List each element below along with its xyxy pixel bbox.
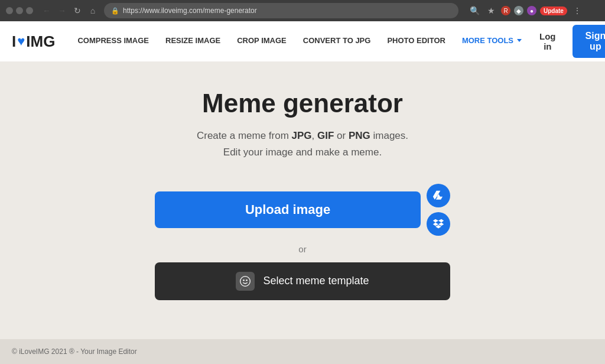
browser-search-button[interactable]: 🔍 (468, 4, 481, 17)
subtitle-bold-gif: GIF (317, 130, 334, 141)
nav-crop[interactable]: CROP IMAGE (229, 21, 295, 61)
browser-actions: 🔍 ★ R ◆ ● Update ⋮ (468, 4, 584, 17)
subtitle-line-2: Edit your image and make a meme. (223, 147, 382, 158)
chevron-down-icon (517, 39, 522, 42)
nav-resize[interactable]: RESIZE IMAGE (157, 21, 229, 61)
template-icon (236, 272, 255, 291)
google-drive-icon (432, 190, 444, 202)
subtitle-bold-png: PNG (349, 130, 370, 141)
select-template-button[interactable]: Select meme template (155, 262, 450, 300)
nav-more-tools[interactable]: MORE TOOLS (454, 21, 530, 61)
nav-right: Log in Sign up (530, 25, 605, 58)
extension-icon-2[interactable]: ◆ (514, 6, 523, 15)
browser-dot-maximize (26, 7, 33, 14)
dropbox-icon (432, 218, 444, 230)
browser-star-button[interactable]: ★ (484, 4, 497, 17)
svg-point-1 (243, 280, 245, 281)
meme-face-icon (239, 275, 251, 287)
lock-icon: 🔒 (111, 7, 119, 15)
footer: © iLoveIMG 2021 ® - Your Image Editor (0, 339, 605, 364)
more-tools-label: MORE TOOLS (462, 36, 513, 45)
footer-text: © iLoveIMG 2021 ® - Your Image Editor (12, 347, 137, 356)
upload-row: Upload image (155, 184, 450, 236)
google-drive-button[interactable] (427, 184, 450, 207)
page-title: Meme generator (202, 89, 403, 118)
extension-icon-3[interactable]: ● (527, 6, 536, 15)
logo[interactable]: I ♥ IMG (12, 32, 55, 51)
url-text: https://www.iloveimg.com/meme-generator (123, 6, 257, 15)
page-subtitle: Create a meme from JPG, GIF or PNG image… (197, 128, 408, 160)
browser-chrome: ← → ↻ ⌂ 🔒 https://www.iloveimg.com/meme-… (0, 0, 605, 21)
extension-icon-1[interactable]: R (501, 6, 510, 15)
navbar: I ♥ IMG COMPRESS IMAGE RESIZE IMAGE CROP… (0, 21, 605, 61)
browser-dot-minimize (16, 7, 23, 14)
svg-point-2 (246, 280, 248, 281)
subtitle-text-1: Create a meme from (197, 130, 292, 141)
browser-dot-close (6, 7, 13, 14)
signup-button[interactable]: Sign up (573, 25, 605, 58)
nav-photo-editor[interactable]: PHOTO EDITOR (379, 21, 453, 61)
browser-traffic-lights (6, 7, 33, 14)
browser-forward-button[interactable]: → (56, 4, 69, 17)
main-content: Meme generator Create a meme from JPG, G… (0, 61, 605, 339)
browser-reload-button[interactable]: ↻ (71, 4, 84, 17)
login-button[interactable]: Log in (530, 27, 565, 56)
or-divider: or (298, 244, 306, 254)
logo-img: IMG (26, 32, 55, 51)
svg-point-0 (240, 276, 251, 286)
dropbox-button[interactable] (427, 212, 450, 236)
nav-links: COMPRESS IMAGE RESIZE IMAGE CROP IMAGE C… (69, 21, 530, 61)
subtitle-text-3: or (334, 130, 349, 141)
upload-button[interactable]: Upload image (155, 191, 421, 228)
subtitle-bold-jpg: JPG (292, 130, 312, 141)
browser-back-button[interactable]: ← (40, 4, 53, 17)
cloud-buttons (427, 184, 450, 236)
nav-compress[interactable]: COMPRESS IMAGE (69, 21, 157, 61)
subtitle-text-4: images. (370, 130, 408, 141)
nav-convert[interactable]: CONVERT TO JPG (295, 21, 379, 61)
browser-menu-button[interactable]: ⋮ (571, 4, 584, 17)
logo-i: I (12, 32, 16, 51)
address-bar[interactable]: 🔒 https://www.iloveimg.com/meme-generato… (104, 3, 458, 18)
subtitle-text-2: , (312, 130, 317, 141)
update-badge[interactable]: Update (540, 6, 567, 15)
template-btn-label: Select meme template (263, 275, 369, 287)
browser-nav-buttons: ← → ↻ ⌂ (40, 4, 99, 17)
browser-home-button[interactable]: ⌂ (86, 4, 99, 17)
logo-heart-icon: ♥ (17, 34, 25, 49)
upload-section: Upload image or (155, 184, 450, 300)
